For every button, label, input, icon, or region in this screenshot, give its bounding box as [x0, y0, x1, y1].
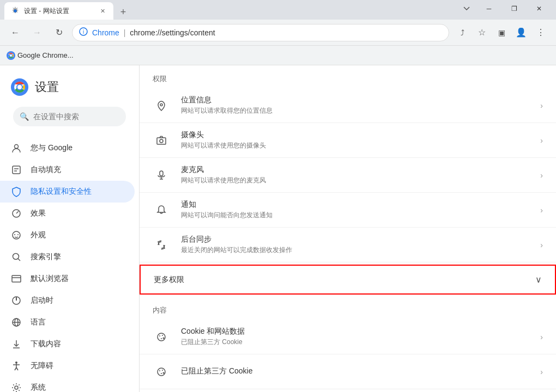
svg-point-45 [162, 335, 163, 336]
svg-point-18 [14, 234, 15, 235]
star-icon: ☆ [478, 27, 486, 38]
title-bar: 设置 - 网站设置 ✕ + ─ ❐ ✕ [0, 0, 556, 20]
search-icon: 🔍 [20, 112, 29, 121]
location-icon [153, 97, 170, 114]
sidebar-item-label-search: 搜索引擎 [31, 252, 61, 262]
more-permissions-label: 更多权限 [154, 275, 184, 285]
sidebar-item-label-downloads: 下载内容 [31, 339, 61, 349]
svg-point-12 [15, 145, 19, 149]
permission-item-location[interactable]: 位置信息 网站可以请求取得您的位置信息 › [140, 88, 556, 123]
tab-favicon [11, 7, 20, 15]
cookies-text: Cookie 和网站数据 已阻止第三方 Cookie [181, 327, 540, 347]
more-permissions-toggle[interactable]: 更多权限 ∨ [141, 266, 555, 293]
share-button[interactable]: ⤴ [454, 24, 471, 41]
background_sync-title: 后台同步 [181, 235, 540, 244]
background_sync-desc: 最近关闭的网站可以完成数据收发操作 [181, 246, 540, 255]
profile-icon: 👤 [516, 27, 527, 38]
security-icon: i [79, 27, 88, 38]
chrome-logo [11, 78, 28, 96]
address-text: Chrome | chrome://settings/content [92, 28, 215, 37]
sidebar-item-autofill[interactable]: 自动填充 [0, 159, 139, 181]
location-arrow: › [540, 101, 543, 110]
more-icon: ⋮ [536, 27, 545, 38]
svg-point-1 [14, 10, 16, 12]
sidebar-item-language[interactable]: 语言 [0, 311, 139, 333]
svg-point-7 [10, 54, 12, 57]
downloads-icon [11, 339, 22, 350]
svg-rect-38 [157, 138, 166, 144]
sidebar-item-appearance[interactable]: 外观 [0, 224, 139, 246]
sidebar-item-label-accessibility: 无障碍 [31, 361, 53, 371]
tab-close-button[interactable]: ✕ [98, 7, 107, 15]
microphone-text: 麦克风 网站可以请求使用您的麦克风 [181, 165, 540, 185]
svg-point-50 [162, 370, 163, 371]
search-bar[interactable]: 🔍 [13, 107, 126, 126]
tab-title: 设置 - 网站设置 [24, 7, 94, 16]
menu-button[interactable]: ⋮ [532, 24, 549, 41]
settings-title: 设置 [35, 79, 59, 95]
microphone-icon [153, 167, 170, 184]
svg-line-34 [15, 367, 16, 370]
sidebar-item-search[interactable]: 搜索引擎 [0, 246, 139, 268]
sidebar-item-system[interactable]: 系统 [0, 377, 139, 392]
sidebar-item-startup[interactable]: 启动时 [0, 290, 139, 311]
content-item-cookies[interactable]: Cookie 和网站数据 已阻止第三方 Cookie › [140, 320, 556, 354]
svg-rect-22 [12, 275, 21, 282]
back-button[interactable]: ← [7, 24, 24, 41]
sidebar-item-performance[interactable]: 效果 [0, 203, 139, 224]
location-desc: 网站可以请求取得您的位置信息 [181, 106, 540, 115]
svg-point-46 [161, 338, 162, 339]
svg-rect-13 [13, 166, 20, 174]
address-bar[interactable]: i Chrome | chrome://settings/content [72, 24, 449, 41]
sidebar-item-label-appearance: 外观 [31, 230, 46, 240]
permission-item-notifications[interactable]: 通知 网站可以询问能否向您发送通知 › [140, 193, 556, 228]
restore-button[interactable]: ❐ [501, 0, 527, 17]
notifications-text: 通知 网站可以询问能否向您发送通知 [181, 200, 540, 220]
search-input[interactable] [33, 112, 129, 121]
svg-line-21 [18, 259, 20, 261]
navigation-bar: ← → ↻ i Chrome | chrome://settings/conte… [0, 20, 556, 46]
sidebar-item-accessibility[interactable]: 无障碍 [0, 355, 139, 377]
sidebar-item-google[interactable]: 您与 Google [0, 137, 139, 159]
minimize-icon: ─ [487, 5, 492, 13]
refresh-button[interactable]: ↻ [50, 24, 68, 41]
close-icon: ✕ [536, 5, 542, 13]
sidebar-item-label-google: 您与 Google [31, 143, 72, 153]
background_sync-icon [153, 236, 170, 254]
content-item-cookies2[interactable]: 已阻止第三方 Cookie › [140, 354, 556, 389]
svg-point-47 [163, 337, 165, 339]
camera-desc: 网站可以请求使用您的摄像头 [181, 141, 540, 150]
active-tab[interactable]: 设置 - 网站设置 ✕ [4, 2, 113, 20]
svg-point-51 [161, 373, 162, 374]
svg-point-49 [159, 370, 160, 371]
camera-icon [153, 132, 170, 149]
forward-button[interactable]: → [28, 24, 46, 41]
privacy-icon [11, 186, 22, 197]
search-icon [11, 252, 22, 262]
accessibility-icon [11, 360, 22, 371]
permission-item-background_sync[interactable]: 后台同步 最近关闭的网站可以完成数据收发操作 › [140, 228, 556, 262]
startup-icon [11, 295, 22, 306]
bookmark-button[interactable]: ☆ [473, 24, 491, 41]
permission-item-microphone[interactable]: 麦克风 网站可以请求使用您的麦克风 › [140, 158, 556, 193]
bookmark-bar: Google Chrome... [0, 46, 556, 65]
profile-button[interactable]: 👤 [512, 24, 530, 41]
sidebar-item-privacy[interactable]: 隐私设置和安全性 [0, 181, 135, 203]
chevron-down-icon[interactable] [461, 3, 472, 14]
bookmark-item-chrome[interactable]: Google Chrome... [7, 51, 74, 60]
cookies2-text: 已阻止第三方 Cookie [181, 366, 540, 377]
google-icon [11, 143, 22, 154]
sidebar-nav: 您与 Google自动填充隐私设置和安全性效果外观搜索引擎默认浏览器启动时语言下… [0, 137, 139, 392]
tab-search-button[interactable]: ▣ [493, 24, 510, 41]
sidebar-item-downloads[interactable]: 下载内容 [0, 333, 139, 355]
sidebar: 设置 🔍 您与 Google自动填充隐私设置和安全性效果外观搜索引擎默认浏览器启… [0, 65, 140, 392]
camera-title: 摄像头 [181, 130, 540, 140]
permission-item-camera[interactable]: 摄像头 网站可以请求使用您的摄像头 › [140, 123, 556, 158]
close-button[interactable]: ✕ [527, 0, 552, 17]
content-area: 设置 🔍 您与 Google自动填充隐私设置和安全性效果外观搜索引擎默认浏览器启… [0, 65, 556, 392]
browser-icon [11, 273, 22, 284]
svg-point-37 [160, 103, 162, 106]
sidebar-item-browser[interactable]: 默认浏览器 [0, 268, 139, 290]
minimize-button[interactable]: ─ [476, 0, 501, 17]
new-tab-button[interactable]: + [116, 4, 131, 20]
